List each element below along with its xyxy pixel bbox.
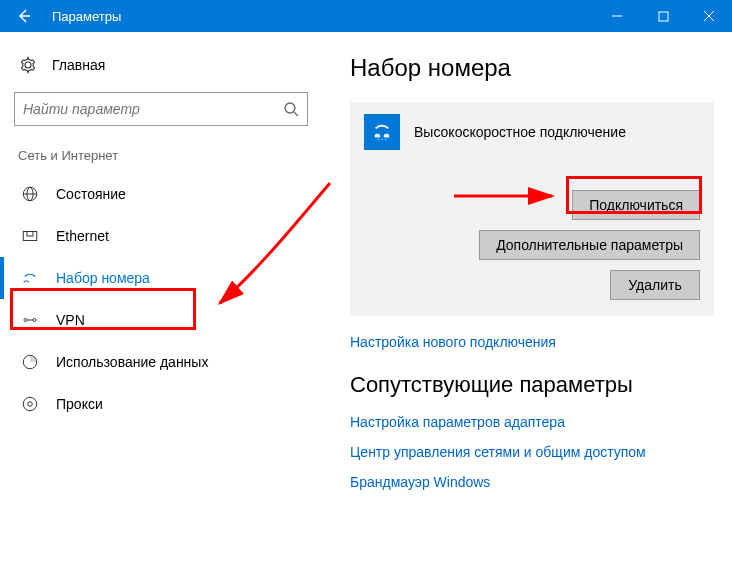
main-panel: Набор номера Высокоскоростное подключени… [320,32,732,574]
sidebar-item-label: Прокси [56,396,103,412]
delete-button[interactable]: Удалить [610,270,700,300]
connect-button[interactable]: Подключиться [572,190,700,220]
new-connection-link[interactable]: Настройка нового подключения [350,334,714,350]
minimize-button[interactable] [594,0,640,32]
home-label: Главная [52,57,105,73]
connection-name: Высокоскоростное подключение [414,124,626,140]
search-input-container[interactable] [14,92,308,126]
related-link-adapter[interactable]: Настройка параметров адаптера [350,414,714,430]
page-title: Набор номера [350,54,714,82]
search-input[interactable] [23,101,283,117]
related-link-firewall[interactable]: Брандмауэр Windows [350,474,714,490]
svg-point-19 [385,139,386,140]
sidebar-item-proxy[interactable]: Прокси [14,383,308,425]
svg-line-5 [294,112,298,116]
window-title: Параметры [48,9,594,24]
sidebar-item-label: VPN [56,312,85,328]
ethernet-icon [20,227,40,245]
home-nav[interactable]: Главная [14,50,308,80]
sidebar-item-label: Использование данных [56,354,208,370]
maximize-button[interactable] [640,0,686,32]
svg-rect-1 [659,12,668,21]
connection-card[interactable]: Высокоскоростное подключение Подключитьс… [350,102,714,316]
sidebar-section-label: Сеть и Интернет [14,148,308,173]
sidebar-item-label: Ethernet [56,228,109,244]
sidebar-item-dialup[interactable]: Набор номера [14,257,308,299]
svg-point-16 [28,402,33,407]
svg-point-18 [381,139,382,140]
connection-phone-icon [364,114,400,150]
data-usage-icon [20,353,40,371]
sidebar-item-status[interactable]: Состояние [14,173,308,215]
sidebar: Главная Сеть и Интернет Состояние Ethern… [0,32,320,574]
sidebar-item-label: Состояние [56,186,126,202]
sidebar-item-ethernet[interactable]: Ethernet [14,215,308,257]
gear-icon [18,56,38,74]
svg-point-12 [33,319,36,322]
svg-point-11 [24,319,27,322]
sidebar-item-label: Набор номера [56,270,150,286]
titlebar: Параметры [0,0,732,32]
svg-point-15 [23,397,37,411]
back-button[interactable] [0,0,48,32]
close-button[interactable] [686,0,732,32]
dialup-icon [20,269,40,287]
globe-icon [20,185,40,203]
sidebar-item-vpn[interactable]: VPN [14,299,308,341]
advanced-options-button[interactable]: Дополнительные параметры [479,230,700,260]
related-link-network-center[interactable]: Центр управления сетями и общим доступом [350,444,714,460]
related-section-title: Сопутствующие параметры [350,372,714,398]
svg-point-17 [378,139,379,140]
sidebar-item-data-usage[interactable]: Использование данных [14,341,308,383]
proxy-icon [20,395,40,413]
vpn-icon [20,311,40,329]
search-icon [283,101,299,117]
svg-point-4 [285,103,295,113]
svg-rect-10 [27,232,33,237]
